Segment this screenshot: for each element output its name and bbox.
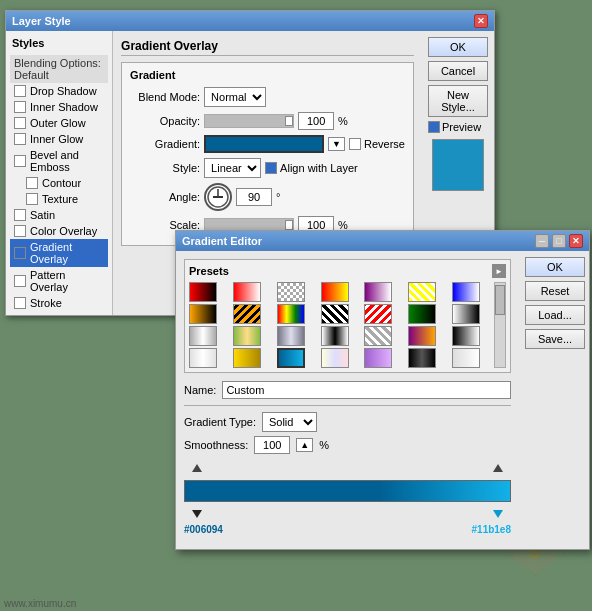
preset-28[interactable] xyxy=(452,348,480,368)
angle-unit: ° xyxy=(276,191,280,203)
smoothness-arrow[interactable]: ▲ xyxy=(296,438,313,452)
preset-13[interactable] xyxy=(408,304,436,324)
layer-style-title: Layer Style xyxy=(12,15,71,27)
bevel-emboss-checkbox[interactable] xyxy=(14,155,26,167)
ge-load-button[interactable]: Load... xyxy=(525,305,585,325)
ge-close-button[interactable]: ✕ xyxy=(569,234,583,248)
opacity-input[interactable] xyxy=(298,112,334,130)
texture-checkbox[interactable] xyxy=(26,193,38,205)
color-stop-right[interactable] xyxy=(493,510,503,518)
ge-ok-button[interactable]: OK xyxy=(525,257,585,277)
cancel-button[interactable]: Cancel xyxy=(428,61,488,81)
preset-26[interactable] xyxy=(364,348,392,368)
inner-glow-item[interactable]: Inner Glow xyxy=(10,131,108,147)
close-button[interactable]: ✕ xyxy=(474,14,488,28)
contour-checkbox[interactable] xyxy=(26,177,38,189)
drop-shadow-item[interactable]: Drop Shadow xyxy=(10,83,108,99)
preset-8[interactable] xyxy=(189,304,217,324)
ge-save-button[interactable]: Save... xyxy=(525,329,585,349)
outer-glow-label: Outer Glow xyxy=(30,117,86,129)
preview-checkbox[interactable] xyxy=(428,121,440,133)
bevel-emboss-item[interactable]: Bevel and Emboss xyxy=(10,147,108,175)
presets-scrollbar-thumb[interactable] xyxy=(495,285,505,315)
preset-25[interactable] xyxy=(321,348,349,368)
preset-20[interactable] xyxy=(408,326,436,346)
preset-11[interactable] xyxy=(321,304,349,324)
outer-glow-checkbox[interactable] xyxy=(14,117,26,129)
angle-input[interactable] xyxy=(236,188,272,206)
inner-glow-checkbox[interactable] xyxy=(14,133,26,145)
preset-9[interactable] xyxy=(233,304,261,324)
preset-1[interactable] xyxy=(189,282,217,302)
ok-button[interactable]: OK xyxy=(428,37,488,57)
preset-6[interactable] xyxy=(408,282,436,302)
color-stop-left[interactable] xyxy=(192,510,202,518)
satin-item[interactable]: Satin xyxy=(10,207,108,223)
style-select[interactable]: Linear xyxy=(204,158,261,178)
blend-mode-select[interactable]: Normal xyxy=(204,87,266,107)
color-display-row: #006094 #11b1e8 xyxy=(184,524,511,535)
angle-dial[interactable] xyxy=(204,183,232,211)
preset-4[interactable] xyxy=(321,282,349,302)
preset-15[interactable] xyxy=(189,326,217,346)
ge-new-row xyxy=(176,543,589,549)
styles-panel: Styles Blending Options: Default Drop Sh… xyxy=(6,31,113,315)
presets-scrollbar[interactable] xyxy=(494,282,506,368)
ge-minimize-button[interactable]: ─ xyxy=(535,234,549,248)
align-checkbox[interactable] xyxy=(265,162,277,174)
preset-17[interactable] xyxy=(277,326,305,346)
gradient-overlay-checkbox[interactable] xyxy=(14,247,26,259)
contour-item[interactable]: Contour xyxy=(10,175,108,191)
reverse-checkbox[interactable] xyxy=(349,138,361,150)
gradient-type-select[interactable]: Solid Noise xyxy=(262,412,317,432)
gradient-editor-title: Gradient Editor xyxy=(182,235,262,247)
texture-item[interactable]: Texture xyxy=(10,191,108,207)
gradient-group-title: Gradient xyxy=(130,69,405,81)
opacity-stop-left[interactable] xyxy=(192,464,202,472)
opacity-stop-right[interactable] xyxy=(493,464,503,472)
gradient-preview-bar[interactable] xyxy=(184,480,511,502)
pattern-overlay-checkbox[interactable] xyxy=(14,275,26,287)
preset-7[interactable] xyxy=(452,282,480,302)
preset-19[interactable] xyxy=(364,326,392,346)
ge-maximize-button[interactable]: □ xyxy=(552,234,566,248)
gradient-overlay-item[interactable]: Gradient Overlay xyxy=(10,239,108,267)
outer-glow-item[interactable]: Outer Glow xyxy=(10,115,108,131)
preset-3[interactable] xyxy=(277,282,305,302)
presets-menu-arrow[interactable]: ► xyxy=(492,264,506,278)
blending-options-item[interactable]: Blending Options: Default xyxy=(10,55,108,83)
smoothness-input[interactable] xyxy=(254,436,290,454)
preset-21[interactable] xyxy=(452,326,480,346)
ge-reset-button[interactable]: Reset xyxy=(525,281,585,301)
name-input[interactable] xyxy=(222,381,511,399)
preset-14[interactable] xyxy=(452,304,480,324)
preset-22[interactable] xyxy=(189,348,217,368)
preset-27[interactable] xyxy=(408,348,436,368)
new-style-button[interactable]: New Style... xyxy=(428,85,488,117)
preset-10[interactable] xyxy=(277,304,305,324)
preset-24[interactable] xyxy=(277,348,305,368)
preset-16[interactable] xyxy=(233,326,261,346)
gradient-dropdown-arrow[interactable]: ▼ xyxy=(328,137,345,151)
drop-shadow-checkbox[interactable] xyxy=(14,85,26,97)
name-row: Name: xyxy=(184,381,511,399)
opacity-label: Opacity: xyxy=(130,115,200,127)
preset-5[interactable] xyxy=(364,282,392,302)
opacity-slider[interactable] xyxy=(204,114,294,128)
gradient-swatch[interactable] xyxy=(204,135,324,153)
stroke-item[interactable]: Stroke xyxy=(10,295,108,311)
color-overlay-item[interactable]: Color Overlay xyxy=(10,223,108,239)
preset-18[interactable] xyxy=(321,326,349,346)
preset-12[interactable] xyxy=(364,304,392,324)
inner-shadow-item[interactable]: Inner Shadow xyxy=(10,99,108,115)
inner-shadow-checkbox[interactable] xyxy=(14,101,26,113)
color-overlay-checkbox[interactable] xyxy=(14,225,26,237)
style-row: Style: Linear Align with Layer xyxy=(130,158,405,178)
satin-checkbox[interactable] xyxy=(14,209,26,221)
stroke-checkbox[interactable] xyxy=(14,297,26,309)
preset-23[interactable] xyxy=(233,348,261,368)
smoothness-unit: % xyxy=(319,439,329,451)
preset-2[interactable] xyxy=(233,282,261,302)
presets-grid xyxy=(189,282,494,368)
pattern-overlay-item[interactable]: Pattern Overlay xyxy=(10,267,108,295)
